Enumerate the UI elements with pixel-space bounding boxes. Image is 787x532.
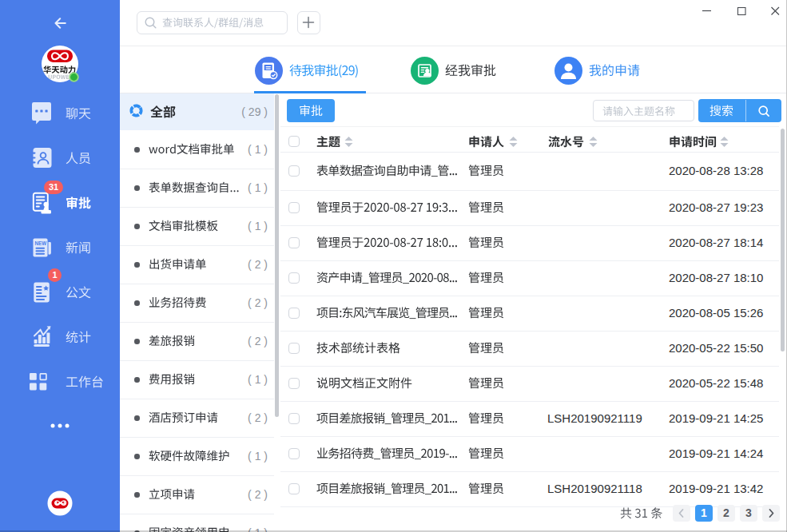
svg-text:NEW: NEW <box>35 240 47 247</box>
